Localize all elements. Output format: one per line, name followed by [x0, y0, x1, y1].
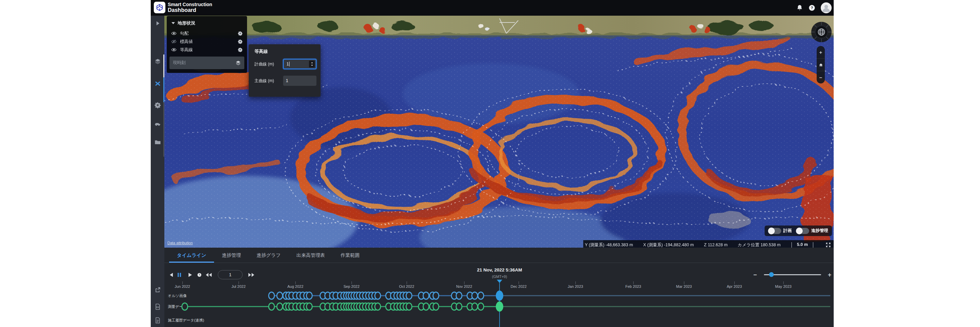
layer-row-勾配[interactable]: 勾配 — [167, 29, 247, 37]
eye-off-icon[interactable] — [171, 39, 177, 44]
month-label: Jul 2022 — [231, 284, 246, 289]
tab-進捗グラフ[interactable]: 進捗グラフ — [249, 248, 288, 263]
toggle-knob[interactable] — [796, 228, 803, 234]
data-capture-point[interactable] — [456, 292, 463, 300]
month-label: Dec 2022 — [511, 284, 527, 289]
app-logo[interactable] — [154, 2, 165, 13]
data-capture-point[interactable] — [268, 303, 275, 311]
month-label: Nov 2022 — [456, 284, 472, 289]
file-pdf-icon[interactable]: PDF — [151, 301, 164, 313]
analysis-tools-icon[interactable] — [151, 78, 164, 89]
gear-icon[interactable] — [238, 31, 243, 36]
gear-icon[interactable] — [238, 39, 243, 44]
fast-forward-icon[interactable] — [247, 270, 256, 279]
playhead-marker[interactable] — [497, 280, 502, 283]
status-segment: Y (測量系) -48,663.383 m — [585, 242, 633, 248]
toggle-label: 進捗管理 — [811, 228, 828, 234]
notifications-bell-icon[interactable] — [796, 5, 803, 11]
zoom-in-button[interactable]: + — [817, 46, 825, 58]
timeline-zoom-in[interactable]: + — [826, 270, 833, 279]
tab-作業範囲[interactable]: 作業範囲 — [333, 248, 368, 263]
gear-icon[interactable] — [238, 47, 243, 52]
current-time-row[interactable]: 現時刻 — [169, 57, 244, 69]
file-document-icon[interactable] — [151, 314, 164, 326]
data-capture-point[interactable] — [181, 303, 188, 311]
data-capture-point[interactable] — [477, 292, 484, 300]
data-capture-point[interactable] — [268, 292, 275, 300]
month-label: Jun 2022 — [175, 284, 190, 289]
frame-counter-input[interactable]: 1 — [218, 270, 243, 279]
pause-icon[interactable] — [175, 270, 184, 279]
skip-back-icon[interactable] — [167, 270, 176, 279]
month-tick — [464, 281, 465, 284]
user-avatar[interactable] — [821, 2, 832, 13]
brand-line2: Dashboard — [168, 7, 212, 13]
layer-panel-header[interactable]: 地形状況 — [167, 16, 247, 29]
toggle-計画[interactable]: 計画 — [768, 228, 792, 234]
data-capture-point[interactable] — [306, 303, 313, 311]
layer-label: 等高線 — [180, 47, 238, 53]
external-link-icon[interactable] — [151, 284, 164, 295]
current-capture-marker[interactable] — [496, 301, 503, 312]
data-capture-point[interactable] — [406, 303, 412, 311]
data-capture-point[interactable] — [433, 303, 439, 311]
month-tick — [519, 281, 519, 284]
timeline-tabs: タイムライン進捗管理進捗グラフ出来高管理表作業範囲 — [164, 248, 834, 263]
timeline-zoom-slider[interactable] — [764, 274, 821, 275]
data-capture-point[interactable] — [276, 303, 283, 311]
rewind-icon[interactable] — [204, 270, 213, 279]
data-capture-point[interactable] — [433, 292, 439, 300]
play-icon[interactable] — [186, 270, 195, 279]
data-capture-point[interactable] — [471, 292, 478, 300]
month-label: Apr 2023 — [727, 284, 742, 289]
history-clock-icon[interactable] — [195, 270, 204, 279]
compass-control[interactable] — [811, 21, 832, 43]
tab-出来高管理表[interactable]: 出来高管理表 — [288, 248, 333, 263]
toggle-進捗管理[interactable]: 進捗管理 — [796, 228, 828, 234]
settings-gear-icon[interactable] — [151, 99, 164, 111]
current-capture-marker[interactable] — [496, 290, 503, 301]
fullscreen-icon[interactable] — [826, 242, 831, 248]
tab-進捗管理[interactable]: 進捗管理 — [214, 248, 249, 263]
data-capture-point[interactable] — [374, 292, 381, 300]
eye-icon[interactable] — [171, 31, 177, 36]
tab-タイムライン[interactable]: タイムライン — [169, 248, 214, 263]
data-attribution-link[interactable]: Data attribution — [167, 241, 193, 245]
help-icon[interactable]: ? — [808, 5, 815, 11]
layers-small-icon[interactable] — [235, 60, 241, 66]
month-label: Mar 2023 — [676, 284, 692, 289]
status-segment: X (測量系) -194,882.480 m — [643, 242, 694, 248]
toggle-track[interactable] — [768, 228, 781, 234]
data-capture-point[interactable] — [306, 292, 313, 300]
data-capture-point[interactable] — [477, 303, 484, 311]
layer-row-標高値[interactable]: 標高値 — [167, 37, 247, 46]
data-capture-point[interactable] — [423, 303, 430, 311]
minor-contour-input[interactable]: 1 — [283, 76, 317, 86]
zoom-out-button[interactable]: − — [817, 71, 825, 83]
toggle-knob[interactable] — [768, 228, 775, 234]
data-capture-point[interactable] — [276, 292, 283, 300]
layer-row-等高線[interactable]: 等高線 — [167, 46, 247, 54]
major-contour-input[interactable]: 1 — [283, 59, 317, 69]
vehicle-icon[interactable] — [151, 118, 164, 129]
data-capture-point[interactable] — [423, 292, 430, 300]
layer-label: 標高値 — [180, 39, 238, 45]
field-label: 計曲線 (m) — [255, 61, 274, 67]
svg-text:PDF: PDF — [156, 306, 159, 308]
toggle-track[interactable] — [796, 228, 809, 234]
data-capture-point[interactable] — [406, 292, 412, 300]
month-tick — [684, 281, 684, 284]
expand-panel-icon[interactable] — [151, 18, 164, 29]
layers-icon[interactable] — [151, 56, 164, 67]
data-capture-point[interactable] — [471, 303, 478, 311]
slider-knob[interactable] — [769, 272, 774, 277]
data-capture-point[interactable] — [456, 303, 463, 311]
data-capture-point[interactable] — [374, 303, 381, 311]
number-spinner[interactable] — [309, 61, 315, 67]
mode-toggle-bar: 計画進捗管理 — [765, 225, 832, 236]
timeline-zoom-out[interactable]: − — [751, 270, 759, 279]
eye-icon[interactable] — [171, 47, 177, 53]
brand-text: Smart Construction Dashboard — [168, 2, 212, 13]
folder-icon[interactable] — [151, 136, 164, 148]
home-view-button[interactable] — [817, 58, 825, 71]
